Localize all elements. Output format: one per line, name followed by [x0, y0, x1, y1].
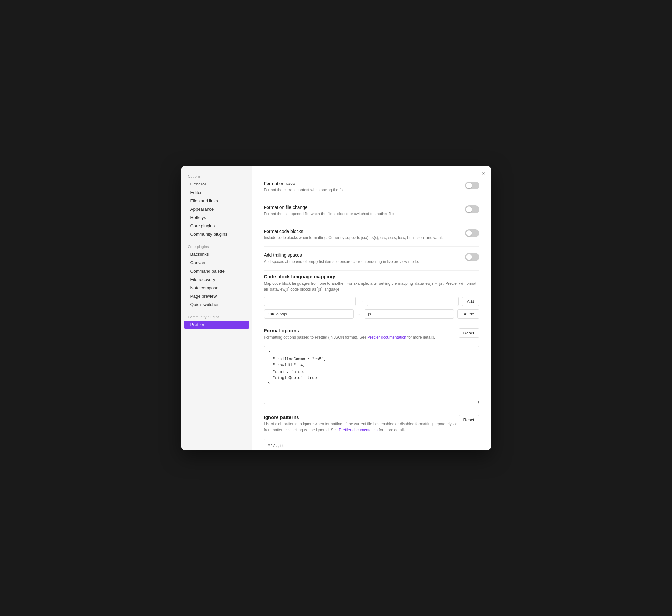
mapping-arrow-icon: →	[359, 299, 364, 304]
format-options-reset-button[interactable]: Reset	[459, 328, 479, 338]
format-on-file-change-title: Format on file change	[264, 205, 459, 210]
code-block-mappings-desc: Map code block languages from one to ano…	[264, 280, 479, 292]
sidebar-item-hotkeys[interactable]: Hotkeys	[184, 213, 249, 221]
format-options-textarea[interactable]: { "trailingComma": "es5", "tabWidth": 4,…	[264, 346, 479, 404]
code-block-mappings-title: Code block language mappings	[264, 274, 479, 279]
format-options-section: Format options Formatting options passed…	[264, 328, 479, 406]
sidebar-item-general[interactable]: General	[184, 180, 249, 188]
mapping-to-input[interactable]	[365, 309, 454, 319]
ignore-patterns-title: Ignore patterns	[264, 415, 459, 420]
add-trailing-spaces-row: Add trailing spaces Add spaces at the en…	[264, 247, 479, 270]
ignore-patterns-textarea[interactable]: **/.git **/.svn **/.hg **/node_modules	[264, 439, 479, 450]
format-code-blocks-text: Format code blocks Include code blocks w…	[264, 229, 465, 240]
format-on-file-change-row: Format on file change Format the last op…	[264, 199, 479, 223]
ignore-patterns-desc: List of glob patterns to ignore when for…	[264, 421, 459, 433]
sidebar-item-quick-switcher[interactable]: Quick switcher	[184, 300, 249, 309]
options-section-label: Options	[181, 172, 252, 180]
new-mapping-row: → Add	[264, 297, 479, 306]
sidebar-item-command-palette[interactable]: Command palette	[184, 267, 249, 275]
format-on-save-toggle[interactable]	[465, 181, 479, 189]
code-block-mappings-section: Code block language mappings Map code bl…	[264, 274, 479, 319]
ignore-patterns-header: Ignore patterns List of glob patterns to…	[264, 415, 479, 437]
mapping-arrow-icon-2: →	[357, 312, 361, 317]
add-trailing-spaces-title: Add trailing spaces	[264, 252, 459, 258]
add-trailing-spaces-desc: Add spaces at the end of empty list item…	[264, 259, 459, 264]
delete-mapping-button[interactable]: Delete	[457, 309, 479, 319]
sidebar-item-appearance[interactable]: Appearance	[184, 205, 249, 213]
mapping-from-input[interactable]	[264, 309, 354, 319]
format-on-file-change-slider	[465, 205, 479, 213]
format-options-desc-prefix: Formatting options passed to Prettier (i…	[264, 335, 367, 340]
community-plugins-section-label: Community plugins	[181, 313, 252, 320]
format-options-title-group: Format options Formatting options passed…	[264, 328, 435, 345]
format-code-blocks-slider	[465, 229, 479, 237]
sidebar-item-community-plugins[interactable]: Community plugins	[184, 230, 249, 238]
prettier-docs-link-2[interactable]: Prettier documentation	[339, 428, 378, 432]
existing-mapping-row: → Delete	[264, 309, 479, 319]
ignore-patterns-desc-suffix: for more details.	[378, 428, 406, 432]
format-options-header: Format options Formatting options passed…	[264, 328, 479, 345]
format-on-save-slider	[465, 181, 479, 189]
format-on-file-change-toggle[interactable]	[465, 205, 479, 213]
add-trailing-spaces-text: Add trailing spaces Add spaces at the en…	[264, 252, 465, 264]
new-mapping-from-input[interactable]	[264, 297, 356, 306]
format-on-save-row: Format on save Format the current conten…	[264, 175, 479, 199]
format-code-blocks-desc: Include code blocks when formatting. Cur…	[264, 235, 459, 240]
format-options-desc-suffix: for more details.	[406, 335, 435, 340]
format-code-blocks-toggle[interactable]	[465, 229, 479, 237]
format-code-blocks-title: Format code blocks	[264, 229, 459, 234]
sidebar-item-core-plugins[interactable]: Core plugins	[184, 222, 249, 230]
format-options-title: Format options	[264, 328, 435, 333]
format-code-blocks-row: Format code blocks Include code blocks w…	[264, 223, 479, 247]
core-plugins-section-label: Core plugins	[181, 243, 252, 250]
format-on-file-change-text: Format on file change Format the last op…	[264, 205, 465, 217]
sidebar-item-editor[interactable]: Editor	[184, 188, 249, 196]
add-trailing-spaces-slider	[465, 253, 479, 261]
main-content: Format on save Format the current conten…	[252, 166, 491, 450]
format-on-save-text: Format on save Format the current conten…	[264, 181, 465, 193]
sidebar-item-note-composer[interactable]: Note composer	[184, 284, 249, 292]
sidebar-item-files-and-links[interactable]: Files and links	[184, 197, 249, 205]
sidebar-item-prettier[interactable]: Prettier	[184, 321, 249, 329]
ignore-patterns-section: Ignore patterns List of glob patterns to…	[264, 415, 479, 450]
format-on-file-change-desc: Format the last opened file when the fil…	[264, 211, 459, 217]
settings-modal: × Options General Editor Files and links…	[181, 166, 491, 450]
close-button[interactable]: ×	[482, 171, 486, 176]
add-mapping-button[interactable]: Add	[462, 297, 479, 306]
ignore-patterns-reset-button[interactable]: Reset	[459, 415, 479, 425]
ignore-patterns-title-group: Ignore patterns List of glob patterns to…	[264, 415, 459, 437]
sidebar-item-canvas[interactable]: Canvas	[184, 259, 249, 267]
format-on-save-title: Format on save	[264, 181, 459, 186]
sidebar: Options General Editor Files and links A…	[181, 166, 252, 450]
add-trailing-spaces-toggle[interactable]	[465, 253, 479, 261]
prettier-docs-link[interactable]: Prettier documentation	[367, 335, 406, 340]
sidebar-item-file-recovery[interactable]: File recovery	[184, 275, 249, 283]
format-options-desc: Formatting options passed to Prettier (i…	[264, 335, 435, 340]
sidebar-item-backlinks[interactable]: Backlinks	[184, 250, 249, 258]
new-mapping-to-input[interactable]	[367, 297, 459, 306]
sidebar-item-page-preview[interactable]: Page preview	[184, 292, 249, 300]
format-on-save-desc: Format the current content when saving t…	[264, 187, 459, 193]
